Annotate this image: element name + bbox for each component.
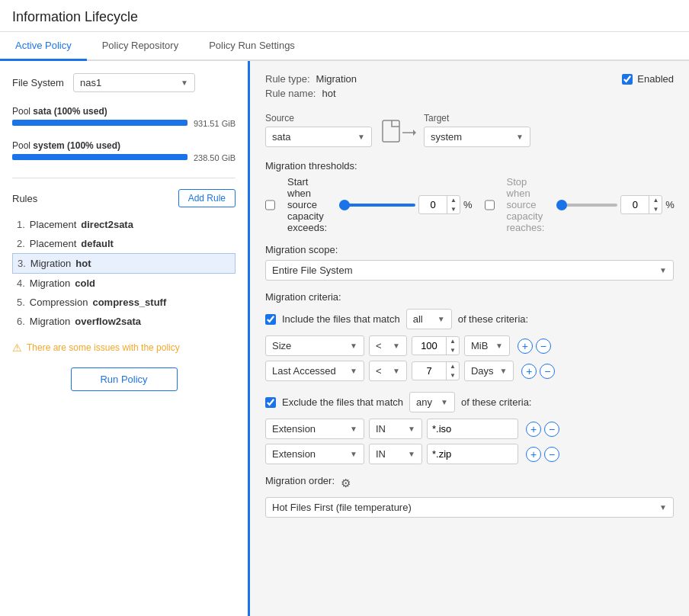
exclude-row-1: Extension ▼ IN ▼ + −	[265, 419, 674, 439]
chevron-down-icon: ▼	[350, 367, 357, 375]
exclude-op-1[interactable]: IN ▼	[369, 419, 422, 439]
start-pct-label: %	[463, 199, 473, 210]
start-slider-track	[339, 204, 415, 207]
stop-down-arrow[interactable]: ▼	[649, 205, 662, 214]
source-target-row: Source sata ▼ Target	[265, 110, 674, 149]
add-rule-button[interactable]: Add Rule	[178, 189, 236, 207]
last-accessed-down-arrow[interactable]: ▼	[447, 371, 459, 380]
rule-type-label: Rule type:	[265, 73, 310, 85]
gear-icon[interactable]: ⚙	[341, 476, 351, 490]
add-exclude-1-button[interactable]: +	[526, 422, 541, 437]
pool-system-name: system	[33, 140, 64, 151]
stop-arrows: ▲ ▼	[649, 196, 662, 213]
enabled-checkbox[interactable]	[622, 74, 633, 85]
criteria-op-size-value: <	[376, 340, 382, 351]
include-checkbox[interactable]	[265, 314, 276, 325]
target-select[interactable]: system ▼	[424, 127, 530, 147]
warning-icon: ⚠	[12, 342, 22, 354]
exclude-checkbox[interactable]	[265, 397, 276, 408]
rule-meta: Rule type: Migration Rule name: hot	[265, 73, 357, 99]
criteria-unit-last-accessed[interactable]: Days ▼	[464, 361, 514, 381]
rule-type-2: Placement	[30, 238, 76, 249]
add-criteria-size-button[interactable]: +	[518, 338, 533, 354]
chevron-down-icon: ▼	[408, 450, 415, 458]
filesystem-label: File System	[12, 77, 66, 88]
remove-criteria-last-accessed-button[interactable]: −	[540, 364, 555, 379]
target-label: Target	[424, 113, 530, 124]
rule-num-4: 4.	[17, 278, 25, 289]
criteria-row-last-accessed: Last Accessed ▼ < ▼ ▲ ▼	[265, 361, 674, 381]
exclude-field-1[interactable]: Extension ▼	[265, 419, 364, 439]
start-threshold-label: Start when source capacity exceeds:	[287, 176, 327, 233]
run-policy-button[interactable]: Run Policy	[71, 367, 178, 391]
start-up-arrow[interactable]: ▲	[447, 196, 460, 205]
criteria-last-accessed-field[interactable]	[412, 363, 446, 379]
rule-name-row: Rule name: hot	[265, 88, 357, 99]
add-criteria-last-accessed-button[interactable]: +	[521, 364, 537, 379]
stop-value-field[interactable]	[621, 197, 649, 213]
rule-type-3: Migration	[30, 258, 71, 269]
chevron-down-icon: ▼	[393, 367, 400, 375]
exclude-field-2[interactable]: Extension ▼	[265, 444, 364, 464]
criteria-last-accessed-pm: + −	[521, 364, 555, 379]
rule-type-1: Placement	[30, 219, 76, 230]
rule-item-5[interactable]: 5. Compression compress_stuff	[12, 293, 236, 312]
tab-policy-run-settings[interactable]: Policy Run Settings	[194, 32, 310, 61]
rule-item-1[interactable]: 1. Placement direct2sata	[12, 215, 236, 234]
criteria-field-last-accessed-value: Last Accessed	[272, 365, 336, 377]
criteria-field-last-accessed[interactable]: Last Accessed ▼	[265, 361, 364, 381]
size-down-arrow[interactable]: ▼	[447, 346, 459, 355]
pool-sata-bar	[12, 120, 187, 126]
criteria-num-size[interactable]: ▲ ▼	[412, 336, 460, 355]
add-exclude-2-button[interactable]: +	[526, 447, 541, 462]
criteria-unit-size[interactable]: MiB ▼	[464, 335, 510, 356]
stop-value-input[interactable]: ▲ ▼	[620, 195, 662, 214]
rule-item-3[interactable]: 3. Migration hot	[12, 253, 236, 274]
enabled-checkbox-row: Enabled	[622, 73, 674, 85]
rule-name-2: default	[81, 238, 114, 249]
source-label: Source	[265, 113, 372, 124]
stop-slider[interactable]	[556, 200, 617, 210]
exclude-value-1[interactable]	[427, 419, 518, 439]
exclude-label: Exclude the files that match	[282, 396, 403, 408]
pool-sata: Pool sata (100% used) 931.51 GiB	[12, 106, 236, 128]
start-down-arrow[interactable]: ▼	[447, 205, 460, 214]
exclude-criteria-section: Exclude the files that match any ▼ of th…	[265, 392, 674, 464]
rule-item-4[interactable]: 4. Migration cold	[12, 274, 236, 293]
criteria-num-last-accessed[interactable]: ▲ ▼	[412, 361, 460, 380]
target-value: system	[431, 131, 462, 143]
source-col: Source sata ▼	[265, 113, 372, 147]
criteria-op-last-accessed[interactable]: < ▼	[369, 361, 407, 381]
migration-order-select[interactable]: Hot Files First (file temperature) ▼	[265, 497, 674, 518]
exclude-value-2[interactable]	[427, 444, 518, 464]
migration-order-value: Hot Files First (file temperature)	[272, 502, 412, 513]
exclude-op-2[interactable]: IN ▼	[369, 444, 422, 464]
remove-criteria-size-button[interactable]: −	[536, 338, 551, 354]
size-up-arrow[interactable]: ▲	[447, 337, 459, 346]
start-slider[interactable]	[339, 200, 415, 210]
remove-exclude-1-button[interactable]: −	[544, 422, 559, 437]
rule-item-6[interactable]: 6. Migration overflow2sata	[12, 312, 236, 331]
stop-up-arrow[interactable]: ▲	[649, 196, 662, 205]
warning-text: There are some issues with the policy	[27, 342, 180, 353]
exclude-2-pm: + −	[526, 447, 559, 462]
criteria-op-size[interactable]: < ▼	[369, 335, 407, 356]
migration-scope-select[interactable]: Entire File System ▼	[265, 260, 674, 281]
last-accessed-up-arrow[interactable]: ▲	[447, 362, 459, 371]
filesystem-select[interactable]: nas1 ▼	[73, 73, 195, 92]
include-match-select[interactable]: all ▼	[406, 309, 452, 329]
start-checkbox[interactable]	[265, 200, 275, 210]
exclude-match-select[interactable]: any ▼	[409, 392, 455, 412]
stop-checkbox[interactable]	[485, 200, 495, 210]
tab-active-policy[interactable]: Active Policy	[0, 32, 87, 61]
source-select[interactable]: sata ▼	[265, 127, 372, 147]
criteria-size-field[interactable]	[412, 338, 446, 354]
remove-exclude-2-button[interactable]: −	[544, 447, 559, 462]
rule-item-2[interactable]: 2. Placement default	[12, 234, 236, 253]
start-value-input[interactable]: ▲ ▼	[418, 195, 460, 214]
pool-system-size: 238.50 GiB	[194, 153, 236, 162]
criteria-field-size[interactable]: Size ▼	[265, 335, 364, 356]
migration-scope-value: Entire File System	[272, 265, 352, 276]
tab-policy-repository[interactable]: Policy Repository	[87, 32, 194, 61]
start-value-field[interactable]	[419, 197, 447, 213]
